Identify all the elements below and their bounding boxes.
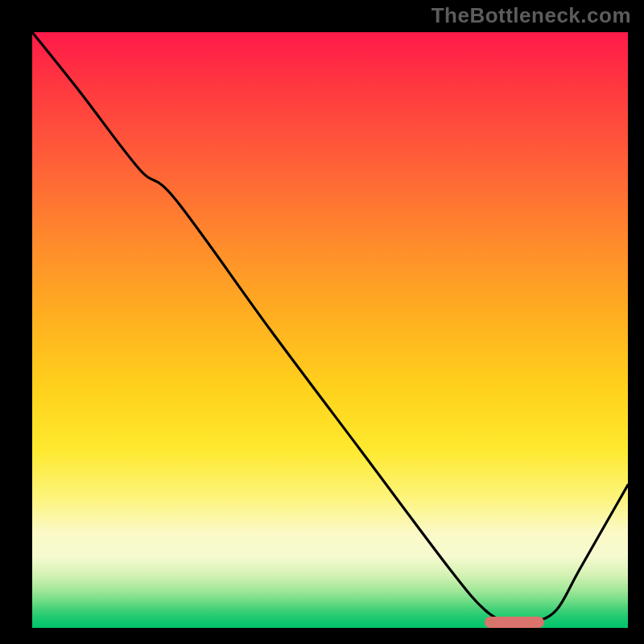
bottleneck-curve xyxy=(32,32,628,628)
chart-frame: TheBottleneck.com xyxy=(0,0,644,644)
optimal-range-marker xyxy=(485,617,544,628)
plot-area xyxy=(32,32,628,628)
curve-path xyxy=(32,32,628,623)
watermark-text: TheBottleneck.com xyxy=(431,3,631,28)
